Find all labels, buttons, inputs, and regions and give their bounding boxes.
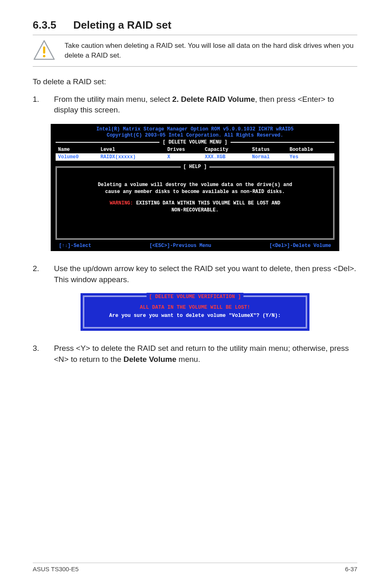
col-bootable: Bootable [287, 146, 334, 153]
step-number: 3. [33, 343, 43, 365]
section-number: 6.3.5 [33, 19, 70, 31]
step-body: From the utility main menu, select 2. De… [54, 94, 357, 116]
warning-text: EXISTING DATA WITHIN THIS VOLUME WILL BE… [133, 200, 280, 206]
divider [231, 142, 334, 143]
bios-header: Intel(R) Matrix Storage Manager Option R… [51, 126, 339, 132]
step-text: menu. [177, 355, 200, 364]
divider [56, 142, 159, 143]
step-2: 2. Use the up/down arrow key to select t… [33, 263, 357, 285]
bios-section-title-row: [ DELETE VOLUME MENU ] [51, 139, 339, 145]
table-header-row: Name Level Drives Capacity Status Bootab… [56, 146, 334, 153]
bios-confirm-dialog: [ DELETE VOLUME VERIFICATION ] ALL DATA … [81, 293, 309, 331]
col-level: Level [98, 146, 165, 153]
help-line: Deleting a volume will destroy the volum… [60, 182, 330, 189]
cell-level: RAIDX(xxxxx) [98, 153, 165, 161]
page-footer: ASUS TS300-E5 6-37 [33, 563, 357, 572]
step-3: 3. Press <Y> to delete the RAID set and … [33, 343, 357, 365]
bios-help-title: [ HELP ] [181, 164, 209, 170]
dialog-frame: [ DELETE VOLUME VERIFICATION ] ALL DATA … [83, 296, 307, 328]
warning-label: WARNING: [110, 200, 133, 206]
footer-del-hint: [<Del>]-Delete Volume [269, 243, 331, 249]
svg-point-2 [43, 55, 45, 57]
dialog-warning: ALL DATA IN THE VOLUME WILL BE LOST! [90, 303, 300, 312]
col-name: Name [56, 146, 98, 153]
dialog-title: [ DELETE VOLUME VERIFICATION ] [146, 293, 243, 301]
cell-status: Normal [250, 153, 287, 161]
svg-rect-1 [43, 47, 45, 54]
caution-block: Take caution when deleting a RAID set. Y… [33, 35, 357, 67]
bios-footer: [↑↓]-Select [<ESC>]-Previous Menu [<Del>… [51, 241, 339, 249]
bios-volume-table: Name Level Drives Capacity Status Bootab… [56, 146, 334, 161]
caution-text: Take caution when deleting a RAID set. Y… [65, 41, 357, 61]
bios-help-text: Deleting a volume will destroy the volum… [60, 182, 330, 214]
bios-header: Copyright(C) 2003-05 Intel Corporation. … [51, 132, 339, 139]
bios-delete-volume-screen: Intel(R) Matrix Storage Manager Option R… [51, 124, 339, 251]
step-bold: 2. Delete RAID Volume [172, 95, 255, 103]
step-number: 2. [33, 263, 43, 285]
col-capacity: Capacity [202, 146, 250, 153]
footer-select-hint: [↑↓]-Select [59, 243, 91, 249]
warning-line: WARNING: EXISTING DATA WITHIN THIS VOLUM… [60, 200, 330, 207]
cell-name: Volume0 [56, 153, 98, 161]
section-heading: 6.3.5 Deleting a RAID set [33, 19, 357, 31]
col-status: Status [250, 146, 287, 153]
step-number: 1. [33, 94, 43, 116]
col-drives: Drives [165, 146, 202, 153]
bios-section-label: [ DELETE VOLUME MENU ] [159, 139, 231, 145]
step-bold: Delete Volume [123, 355, 177, 364]
lead-text: To delete a RAID set: [33, 76, 357, 88]
warning-line: NON-RECOVERABLE. [60, 207, 330, 214]
bios-help-box: [ HELP ] Deleting a volume will destroy … [56, 166, 334, 240]
step-text: Press <Y> to delete the RAID set and ret… [54, 344, 349, 364]
footer-product: ASUS TS300-E5 [33, 566, 78, 572]
footer-esc-hint: [<ESC>]-Previous Menu [149, 243, 211, 249]
section-title: Deleting a RAID set [73, 19, 171, 31]
step-body: Press <Y> to delete the RAID set and ret… [54, 343, 357, 365]
step-text: From the utility main menu, select [54, 95, 172, 103]
table-row[interactable]: Volume0 RAIDX(xxxxx) X XXX.XGB Normal Ye… [56, 153, 334, 161]
caution-icon [33, 39, 56, 62]
step-1: 1. From the utility main menu, select 2.… [33, 94, 357, 116]
cell-drives: X [165, 153, 202, 161]
bios-table-area: Name Level Drives Capacity Status Bootab… [51, 145, 339, 162]
help-line: cause any member disks to become availab… [60, 189, 330, 195]
step-body: Use the up/down arrow key to select the … [54, 263, 357, 285]
cell-capacity: XXX.XGB [202, 153, 250, 161]
dialog-prompt[interactable]: Are you sure you want to delete volume "… [90, 312, 300, 320]
footer-page-number: 6-37 [345, 566, 357, 572]
cell-bootable: Yes [287, 153, 334, 161]
